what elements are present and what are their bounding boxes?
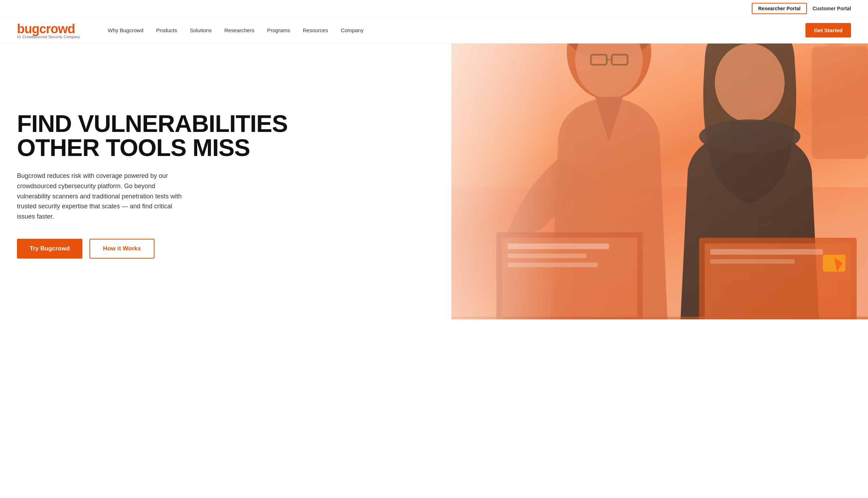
how-it-works-button[interactable]: How it Works xyxy=(89,239,154,259)
hero-section: FIND VULNERABILITIES OTHER TOOLS MISS Bu… xyxy=(0,44,868,319)
hero-image-gradient xyxy=(451,44,868,319)
nav-solutions[interactable]: Solutions xyxy=(183,24,218,36)
nav-why-bugcrowd[interactable]: Why Bugcrowd xyxy=(101,24,150,36)
get-started-button[interactable]: Get Started xyxy=(805,23,851,37)
researcher-portal-button[interactable]: Researcher Portal xyxy=(752,3,807,14)
nav-resources[interactable]: Resources xyxy=(297,24,335,36)
hero-description: Bugcrowd reduces risk with coverage powe… xyxy=(17,171,187,222)
hero-title: FIND VULNERABILITIES OTHER TOOLS MISS xyxy=(17,111,434,160)
try-bugcrowd-button[interactable]: Try Bugcrowd xyxy=(17,239,82,259)
logo-text: bugcrowd xyxy=(17,22,80,36)
customer-portal-link[interactable]: Customer Portal xyxy=(813,6,851,11)
top-utility-bar: Researcher Portal Customer Portal xyxy=(0,0,868,17)
main-navigation: bugcrowd #1 Crowdsourced Security Compan… xyxy=(0,17,868,44)
nav-researchers[interactable]: Researchers xyxy=(218,24,261,36)
hero-content: FIND VULNERABILITIES OTHER TOOLS MISS Bu… xyxy=(0,44,451,319)
logo[interactable]: bugcrowd #1 Crowdsourced Security Compan… xyxy=(17,22,80,39)
logo-tagline: #1 Crowdsourced Security Company xyxy=(17,35,80,39)
hero-title-line1: FIND VULNERABILITIES xyxy=(17,110,288,137)
hero-title-line2: OTHER TOOLS MISS xyxy=(17,134,250,161)
nav-company[interactable]: Company xyxy=(334,24,370,36)
hero-image xyxy=(451,44,868,319)
nav-links: Why Bugcrowd Products Solutions Research… xyxy=(101,24,800,36)
nav-programs[interactable]: Programs xyxy=(261,24,297,36)
hero-buttons: Try Bugcrowd How it Works xyxy=(17,239,434,259)
nav-products[interactable]: Products xyxy=(150,24,183,36)
